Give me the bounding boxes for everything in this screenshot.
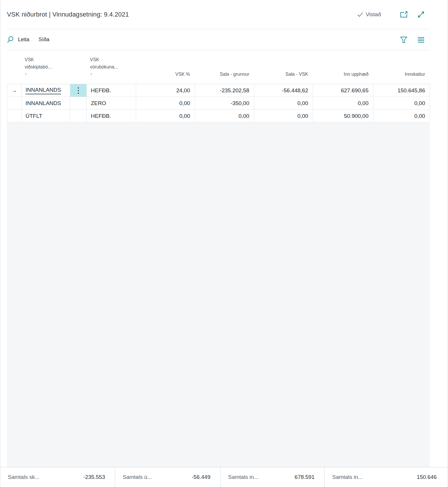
page-menu-button[interactable]: Síða — [39, 37, 49, 43]
grid-header: VSK viðskiptabó... ↑ VSK vörubókuna... ↑… — [7, 50, 430, 84]
saved-label: Vistað — [366, 11, 381, 18]
ellipsis-vertical-icon — [78, 86, 79, 94]
cell-vsk-pct[interactable]: 0,00 — [136, 110, 195, 122]
row-indicator — [7, 97, 21, 109]
cell-inn-upphaed[interactable]: 0,00 — [313, 97, 373, 109]
current-row-arrow-icon: → — [11, 87, 17, 94]
page-title: VSK niðurbrot | Vinnudagsetning: 9.4.202… — [7, 11, 129, 18]
filter-icon — [400, 36, 408, 44]
cell-vsk-vorubokunarflokkur[interactable]: HEFÐB. — [87, 110, 136, 122]
search-label: Leita — [18, 37, 29, 43]
filter-button[interactable] — [400, 36, 408, 44]
total-label: Samtals in... — [221, 474, 259, 480]
focused-cell-value: INNANLANDS — [26, 87, 61, 94]
total-label: Samtals in... — [325, 474, 363, 480]
total-value: 678.591 — [295, 474, 324, 480]
popout-icon — [400, 11, 408, 18]
check-icon — [357, 12, 363, 17]
grid-body: → INNANLANDS HEFÐB. 24,00 -235.202,58 -5… — [7, 84, 430, 122]
column-label: VSK — [90, 56, 136, 63]
search-button[interactable]: Leita — [7, 36, 29, 43]
row-indicator — [7, 110, 21, 122]
column-header-innskattur[interactable]: Innskattur — [373, 71, 430, 84]
cell-vsk-vidskiptabokunarflokkur[interactable]: INNANLANDS — [21, 84, 70, 97]
cell-inn-upphaed[interactable]: 627.690,65 — [313, 84, 373, 97]
column-label: VSK — [25, 56, 70, 63]
list-icon — [417, 36, 425, 43]
column-header-sala-grunnur[interactable]: Sala - grunnur — [195, 71, 254, 84]
total-item: Samtals in... 150.646 — [324, 467, 448, 487]
row-menu-cell[interactable] — [70, 110, 87, 122]
total-value: 150.646 — [417, 474, 448, 480]
open-in-new-window-button[interactable] — [400, 11, 408, 18]
total-item: Samtals ú... -56.449 — [115, 467, 220, 487]
totals-bar: Samtals sk... -235.553 Samtals ú... -56.… — [0, 467, 448, 487]
cell-innskattur[interactable]: 0,00 — [373, 110, 430, 122]
cell-inn-upphaed[interactable]: 50.900,00 — [313, 110, 373, 122]
column-header-row-menu — [70, 78, 86, 84]
column-header-vsk-vidskiptabokunarflokkur[interactable]: VSK viðskiptabó... ↑ — [21, 56, 70, 84]
cell-sala-vsk[interactable]: -56.448,62 — [254, 84, 313, 97]
cell-sala-grunnur[interactable]: 0,00 — [195, 110, 254, 122]
cell-innskattur[interactable]: 0,00 — [373, 97, 430, 109]
total-item: Samtals in... 678.591 — [220, 467, 324, 487]
table-row: ÚTFLT HEFÐB. 0,00 0,00 0,00 50.900,00 0,… — [7, 110, 430, 122]
column-label: Sala - VSK — [286, 71, 308, 78]
search-icon — [7, 36, 14, 43]
sort-ascending-icon: ↑ — [90, 71, 136, 78]
total-label: Samtals ú... — [115, 474, 152, 480]
cell-vsk-pct[interactable]: 0,00 — [136, 97, 195, 109]
total-value: -56.449 — [192, 474, 220, 480]
cell-vsk-vorubokunarflokkur[interactable]: ZERO — [87, 97, 136, 109]
table-row: INNANLANDS ZERO 0,00 -350,00 0,00 0,00 0… — [7, 97, 430, 110]
table-row-selected: → INNANLANDS HEFÐB. 24,00 -235.202,58 -5… — [7, 84, 430, 97]
cell-vsk-pct[interactable]: 24,00 — [136, 84, 195, 97]
toolbar-right — [400, 36, 448, 44]
cell-sala-vsk[interactable]: 0,00 — [254, 97, 313, 109]
cell-vsk-vorubokunarflokkur[interactable]: HEFÐB. — [87, 84, 136, 97]
vat-breakdown-page: VSK niðurbrot | Vinnudagsetning: 9.4.202… — [0, 0, 448, 487]
column-label: Innskattur — [405, 71, 425, 78]
row-menu-cell[interactable] — [70, 97, 87, 109]
column-label: Inn upphæð — [344, 71, 368, 78]
expand-icon — [417, 11, 425, 18]
list-view-button[interactable] — [417, 36, 425, 44]
grid-empty-area — [7, 122, 430, 467]
cell-innskattur[interactable]: 150.645,86 — [373, 84, 430, 97]
column-header-inn-upphaed[interactable]: Inn upphæð — [313, 71, 373, 84]
title-bar-actions: Vistað — [357, 11, 448, 18]
total-item: Samtals sk... -235.553 — [0, 467, 115, 487]
saved-status: Vistað — [357, 11, 381, 18]
cell-sala-grunnur[interactable]: -235.202,58 — [195, 84, 254, 97]
total-label: Samtals sk... — [0, 474, 39, 480]
cell-vsk-vidskiptabokunarflokkur[interactable]: INNANLANDS — [21, 97, 70, 109]
current-row-indicator: → — [7, 84, 21, 97]
total-value: -235.553 — [83, 474, 115, 480]
action-toolbar: Leita Síða — [0, 29, 448, 50]
title-bar: VSK niðurbrot | Vinnudagsetning: 9.4.202… — [0, 0, 448, 29]
column-label: vörubókuna... — [90, 63, 136, 71]
page-menu-label: Síða — [39, 37, 49, 43]
column-header-vsk-vorubokunarflokkur[interactable]: VSK vörubókuna... ↑ — [86, 56, 136, 84]
column-header-sala-vsk[interactable]: Sala - VSK — [254, 71, 313, 84]
column-header-row-indicator — [7, 78, 21, 84]
row-menu-button[interactable] — [70, 84, 87, 97]
cell-sala-grunnur[interactable]: -350,00 — [195, 97, 254, 109]
expand-page-button[interactable] — [417, 11, 425, 18]
cell-sala-vsk[interactable]: 0,00 — [254, 110, 313, 122]
column-label: VSK % — [175, 71, 190, 78]
sort-ascending-icon: ↑ — [25, 71, 70, 78]
cell-vsk-vidskiptabokunarflokkur[interactable]: ÚTFLT — [21, 110, 70, 122]
column-label: viðskiptabó... — [25, 63, 70, 71]
column-header-vsk-pct[interactable]: VSK % — [136, 71, 195, 84]
column-label: Sala - grunnur — [220, 71, 249, 78]
toolbar-left: Leita Síða — [7, 36, 49, 43]
